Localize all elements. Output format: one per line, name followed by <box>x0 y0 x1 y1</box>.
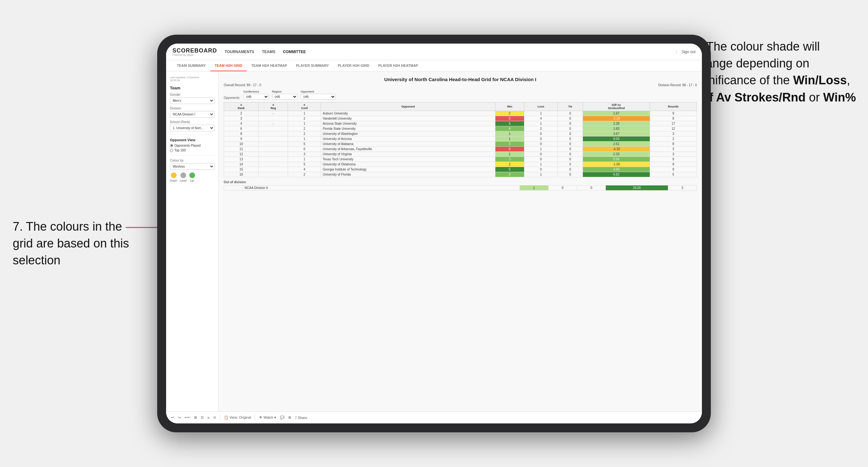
toolbar-menu-icon[interactable]: ≡ <box>208 416 209 419</box>
table-row: 5 <box>495 167 524 172</box>
table-row: 1 <box>524 121 558 126</box>
table-row: University of Oklahoma <box>321 162 495 167</box>
toolbar-share[interactable]: ⤴ Share <box>295 416 307 419</box>
table-row: University of Arizona <box>321 136 495 142</box>
nav-committee[interactable]: COMMITTEE <box>283 50 306 54</box>
ood-row: 26.00 <box>606 185 668 191</box>
nav-links: TOURNAMENTS TEAMS COMMITTEE <box>225 50 676 54</box>
toolbar-divider2 <box>255 415 255 421</box>
table-row: 9 <box>650 162 697 167</box>
table-row: Florida State University <box>321 126 495 131</box>
radio-top100[interactable]: Top 100 <box>170 149 214 152</box>
table-row: 0 <box>558 131 583 136</box>
toolbar-undo-all[interactable]: ↩↩ <box>185 415 190 419</box>
tab-team-h2h-heatmap[interactable]: TEAM H2H HEATMAP <box>247 60 291 71</box>
table-row: 5 <box>288 162 321 167</box>
table-row: 1 <box>524 172 558 177</box>
table-row: 2.28 <box>583 121 650 126</box>
table-row: -1.00 <box>583 162 650 167</box>
ood-row: NCAA Division II <box>243 185 520 191</box>
table-row: 2 <box>524 126 558 131</box>
legend-level: Level <box>180 173 187 182</box>
tab-team-h2h-grid[interactable]: TEAM H2H GRID <box>210 60 247 71</box>
table-row: Georgia Institute of Technology <box>321 167 495 172</box>
conf-label: Conference <box>243 90 269 93</box>
toolbar-undo[interactable]: ↩ <box>171 415 174 419</box>
table-row: University of Florida <box>321 172 495 177</box>
table-row: University of Arkansas, Fayetteville <box>321 147 495 152</box>
colour-by-select[interactable]: Win/loss <box>170 163 214 170</box>
table-row: 2 <box>495 162 524 167</box>
grid-title: University of North Carolina Head-to-Hea… <box>224 77 697 82</box>
table-row: 3 <box>650 152 697 157</box>
conf-select[interactable]: (All) <box>243 94 269 100</box>
toolbar-watch[interactable]: 👁 Watch ▾ <box>259 415 276 419</box>
out-of-division-table: NCAA Division II 1 0 0 26.00 3 <box>224 185 697 191</box>
table-row: 1.83 <box>583 126 650 131</box>
table-row: 1 <box>288 111 321 116</box>
table-row: 2 <box>288 172 321 177</box>
tab-team-summary[interactable]: TEAM SUMMARY <box>173 60 210 71</box>
table-row: 3 <box>224 116 259 121</box>
table-row: 0 <box>558 111 583 116</box>
table-row: 2 <box>288 116 321 121</box>
toolbar-view-original[interactable]: 📋 View: Original <box>224 415 251 419</box>
tab-player-summary[interactable]: PLAYER SUMMARY <box>291 60 333 71</box>
table-row: 3 <box>650 147 697 152</box>
table-row: 1 <box>495 152 524 157</box>
table-row <box>258 131 288 136</box>
nav-tournaments[interactable]: TOURNAMENTS <box>225 50 254 54</box>
table-row <box>258 147 288 152</box>
table-row: 4.50 <box>583 167 650 172</box>
timestamp: Last Updated: 27/03/2024 16:55:38 <box>170 76 214 82</box>
table-row <box>258 167 288 172</box>
out-of-division-label: Out of division <box>224 180 697 184</box>
table-row: 0 <box>558 152 583 157</box>
table-row: 9 <box>650 167 697 172</box>
table-row <box>258 142 288 147</box>
left-panel: Last Updated: 27/03/2024 16:55:38 Team G… <box>166 71 219 411</box>
table-row: 4 <box>524 116 558 121</box>
opponent-filter: Opponent (All) <box>301 90 336 100</box>
nav-teams[interactable]: TEAMS <box>262 50 275 54</box>
table-row: 12 <box>650 126 697 131</box>
legend-up: Up <box>189 173 195 182</box>
table-row: 3 <box>495 142 524 147</box>
tab-player-h2h-grid[interactable]: PLAYER H2H GRID <box>333 60 374 71</box>
region-select[interactable]: (All) <box>272 94 298 100</box>
toolbar-redo[interactable]: ↪ <box>178 415 181 419</box>
table-row: 8 <box>650 116 697 121</box>
toolbar-clock-icon[interactable]: ⊙ <box>213 415 216 419</box>
navbar: SCOREBOARD Powered by clippd TOURNAMENTS… <box>166 43 702 60</box>
toolbar-present[interactable]: ⊞ <box>288 415 291 419</box>
school-select[interactable]: 1. University of Nort... <box>170 125 214 131</box>
table-row: 3 <box>495 172 524 177</box>
toolbar-table-icon[interactable]: ⊡ <box>201 415 204 419</box>
toolbar-comment[interactable]: 💬 <box>280 415 284 419</box>
table-row: 3 <box>650 131 697 136</box>
toolbar-grid-icon[interactable]: ⊞ <box>194 415 197 419</box>
table-row: 11 <box>224 147 259 152</box>
table-row: 1 <box>495 131 524 136</box>
table-row: 0 <box>558 126 583 131</box>
table-row: 6 <box>224 126 259 131</box>
opp-select[interactable]: (All) <box>301 94 336 100</box>
table-row: 0 <box>524 136 558 142</box>
gender-select[interactable]: Men's <box>170 97 214 104</box>
radio-dot-top100 <box>170 149 173 152</box>
table-row: 2.61 <box>583 142 650 147</box>
table-row: 2 <box>224 111 259 116</box>
table-row: 2 <box>495 111 524 116</box>
grid-area: University of North Carolina Head-to-Hea… <box>219 71 702 411</box>
division-select[interactable]: NCAA Division I <box>170 111 214 118</box>
col-rounds: Rounds <box>650 102 697 111</box>
tab-player-h2h-heatmap[interactable]: PLAYER H2H HEATMAP <box>374 60 423 71</box>
table-row <box>258 152 288 157</box>
table-row: 5 <box>495 121 524 126</box>
radio-dot-opponents <box>170 144 173 147</box>
table-row: 0 <box>524 152 558 157</box>
bottom-toolbar: ↩ ↪ ↩↩ ⊞ ⊡ ≡ ⊙ 📋 View: Original 👁 Watch … <box>166 411 702 424</box>
nav-signout[interactable]: Sign out <box>676 50 695 54</box>
radio-opponents-played[interactable]: Opponents Played <box>170 144 214 147</box>
table-row: -2.29 <box>583 116 650 121</box>
